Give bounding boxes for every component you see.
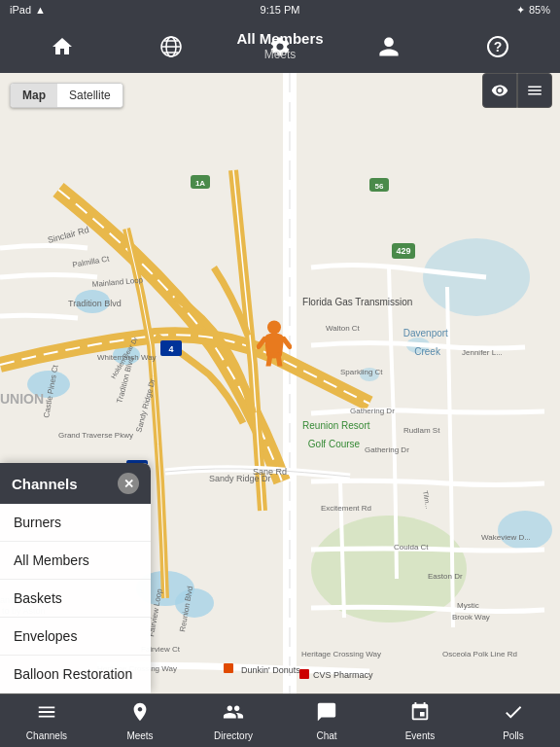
map-toggle-map[interactable]: Map xyxy=(11,84,57,107)
svg-text:Gathering Dr: Gathering Dr xyxy=(365,445,409,454)
channels-header: Channels ✕ xyxy=(0,463,151,504)
profile-button[interactable] xyxy=(368,25,410,68)
svg-text:56: 56 xyxy=(375,182,384,191)
nav-bar: All Members Meets ? xyxy=(0,19,560,73)
help-button[interactable]: ? xyxy=(476,25,519,68)
status-right: ✦ 85% xyxy=(516,4,550,17)
tab-bar: Channels Meets Directory Chat Events Pol… xyxy=(0,694,560,747)
svg-text:Sane Rd: Sane Rd xyxy=(253,467,287,477)
globe-button[interactable] xyxy=(150,25,192,68)
tab-channels[interactable]: Channels xyxy=(8,701,86,741)
svg-text:Walton Ct: Walton Ct xyxy=(326,324,361,333)
channels-panel: Channels ✕ Burners All Members Baskets E… xyxy=(0,463,151,694)
svg-text:Heritage Crossing Way: Heritage Crossing Way xyxy=(301,650,381,658)
meets-icon xyxy=(129,701,151,728)
directory-icon xyxy=(223,701,244,728)
device-label: iPad xyxy=(10,4,31,16)
svg-text:Jennifer L...: Jennifer L... xyxy=(462,348,503,357)
status-bar: iPad ▲ 9:15 PM ✦ 85% xyxy=(0,0,560,19)
svg-text:Mystic: Mystic xyxy=(457,601,479,610)
svg-point-68 xyxy=(267,320,281,334)
svg-rect-61 xyxy=(224,663,233,673)
svg-text:Easton Dr: Easton Dr xyxy=(428,572,463,581)
wifi-icon: ▲ xyxy=(35,4,46,16)
map-container: 1A 56 429 4 4 Sinclair Rd Palmilla Ct Ma… xyxy=(0,73,560,694)
svg-text:UNION: UNION xyxy=(0,391,44,407)
tab-directory-label: Directory xyxy=(214,730,253,741)
tab-meets[interactable]: Meets xyxy=(101,701,179,741)
svg-text:Grand Traverse Pkwy: Grand Traverse Pkwy xyxy=(58,431,133,440)
map-toggle: Map Satellite xyxy=(10,83,123,108)
bluetooth-icon: ✦ xyxy=(516,4,525,17)
home-button[interactable] xyxy=(41,25,84,68)
channel-item-burners[interactable]: Burners xyxy=(0,504,151,542)
channels-title: Channels xyxy=(12,476,78,492)
svg-text:Sparkling Ct: Sparkling Ct xyxy=(340,368,383,376)
svg-text:Coulda Ct: Coulda Ct xyxy=(394,543,429,551)
menu-button[interactable] xyxy=(517,73,552,108)
nav-title: All Members Meets xyxy=(236,29,323,63)
chat-icon xyxy=(316,701,337,728)
events-icon xyxy=(409,701,431,728)
tab-polls-label: Polls xyxy=(503,730,524,741)
tab-chat-label: Chat xyxy=(316,730,336,741)
tab-directory[interactable]: Directory xyxy=(194,701,272,741)
channel-item-envelopes[interactable]: Envelopes xyxy=(0,618,151,656)
svg-text:?: ? xyxy=(494,39,503,54)
svg-text:429: 429 xyxy=(396,246,410,256)
tab-polls[interactable]: Polls xyxy=(474,701,552,741)
battery-level: 85% xyxy=(529,4,550,16)
top-right-buttons xyxy=(482,73,552,108)
svg-text:Tradition Blvd: Tradition Blvd xyxy=(68,299,122,308)
channel-item-baskets[interactable]: Baskets xyxy=(0,580,151,618)
svg-text:1A: 1A xyxy=(195,179,205,188)
tab-channels-label: Channels xyxy=(26,730,67,741)
svg-text:Dunkin' Donuts: Dunkin' Donuts xyxy=(241,665,300,675)
channel-item-balloon-restoration[interactable]: Balloon Restoration xyxy=(0,656,151,694)
tab-meets-label: Meets xyxy=(126,730,153,741)
svg-rect-63 xyxy=(299,669,309,679)
channels-icon xyxy=(36,701,57,728)
svg-text:Rudlam St: Rudlam St xyxy=(403,426,440,435)
svg-text:Wakeview D...: Wakeview D... xyxy=(481,533,531,542)
tab-chat[interactable]: Chat xyxy=(288,701,366,741)
svg-text:Excitement Rd: Excitement Rd xyxy=(321,504,371,513)
eye-button[interactable] xyxy=(482,73,517,108)
polls-icon xyxy=(503,701,524,728)
channel-item-all-members[interactable]: All Members xyxy=(0,542,151,580)
svg-text:Osceola Polk Line Rd: Osceola Polk Line Rd xyxy=(442,650,517,658)
svg-text:Gathering Dr: Gathering Dr xyxy=(350,407,395,415)
map-toggle-satellite[interactable]: Satellite xyxy=(57,84,122,107)
user-location-pin[interactable] xyxy=(257,317,292,374)
nav-title-sub: Meets xyxy=(236,48,323,63)
channels-close-button[interactable]: ✕ xyxy=(118,473,139,494)
tab-events-label: Events xyxy=(405,730,436,741)
status-left: iPad ▲ xyxy=(10,4,46,16)
svg-text:Brook Way: Brook Way xyxy=(452,613,490,622)
status-time: 9:15 PM xyxy=(261,4,300,16)
nav-title-main: All Members xyxy=(236,29,323,49)
svg-text:4: 4 xyxy=(168,344,173,354)
svg-text:CVS Pharmacy: CVS Pharmacy xyxy=(313,670,373,680)
svg-point-14 xyxy=(498,511,552,550)
tab-events[interactable]: Events xyxy=(381,701,459,741)
